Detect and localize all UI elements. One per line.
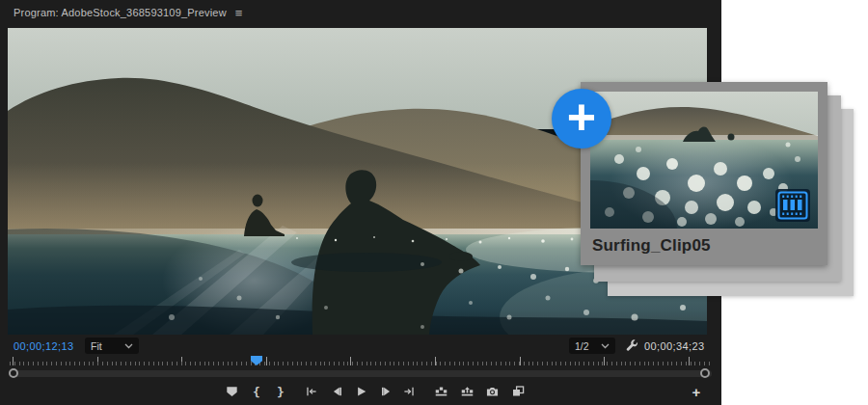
zoom-scrollbar[interactable] (10, 370, 712, 377)
go-to-in-button[interactable] (301, 382, 320, 401)
chevron-down-icon (124, 343, 133, 349)
duration-timecode: 00;00;34;23 (644, 340, 705, 352)
ruler-minor-ticks (10, 362, 714, 365)
add-clip-plus-icon: + (552, 89, 611, 148)
lift-button[interactable] (431, 382, 450, 401)
export-frame-button[interactable] (482, 382, 502, 401)
playback-resolution-label: 1/2 (575, 340, 589, 352)
chevron-down-icon (601, 343, 610, 349)
clip-thumbnail (590, 92, 818, 229)
clip-card[interactable]: Surfing_Clip05 (581, 82, 827, 265)
scrollbar-left-handle[interactable] (9, 368, 18, 378)
button-editor-plus-button[interactable]: + (687, 382, 706, 401)
current-timecode[interactable]: 00;00;12;13 (14, 340, 74, 352)
comparison-view-button[interactable] (508, 382, 528, 401)
panel-menu-icon[interactable]: ≡ (235, 7, 243, 19)
go-to-out-button[interactable] (399, 382, 419, 401)
panel-title: Program: AdobeStock_368593109_Preview (14, 7, 227, 18)
scrollbar-right-handle[interactable] (700, 368, 710, 378)
clip-title: Surfing_Clip05 (592, 236, 711, 256)
timeline-ruler[interactable] (0, 356, 721, 367)
settings-wrench-icon[interactable] (625, 338, 639, 353)
extract-button[interactable] (457, 382, 476, 401)
add-marker-button[interactable] (222, 382, 241, 401)
zoom-fit-dropdown[interactable]: Fit (85, 338, 139, 354)
play-button[interactable] (351, 382, 370, 401)
mark-out-button[interactable]: } (271, 382, 290, 401)
step-back-button[interactable] (326, 382, 345, 401)
playback-resolution-dropdown[interactable]: 1/2 (569, 338, 615, 354)
filmstrip-icon (775, 189, 810, 222)
mark-in-button[interactable]: { (247, 382, 266, 401)
zoom-fit-label: Fit (91, 340, 102, 352)
step-forward-button[interactable] (375, 382, 394, 401)
panel-header: Program: AdobeStock_368593109_Preview ≡ (0, 0, 721, 25)
